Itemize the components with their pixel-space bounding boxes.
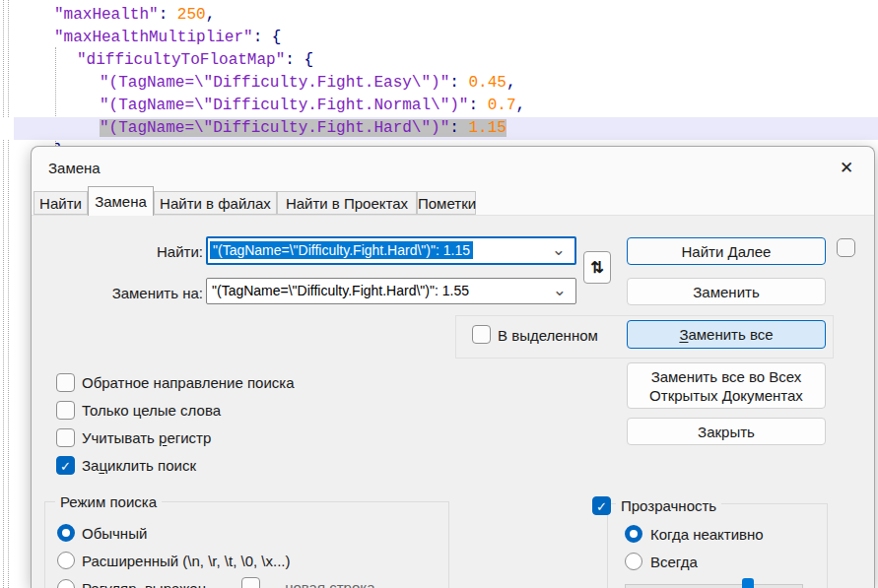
mode-normal-label: Обычный bbox=[82, 525, 147, 542]
whole-word-checkbox[interactable] bbox=[56, 401, 75, 420]
code-line[interactable]: "maxHealthMultiplier": { bbox=[0, 27, 878, 49]
tab-replace[interactable]: Замена bbox=[88, 186, 154, 216]
find-next-button[interactable]: Найти Далее bbox=[627, 237, 826, 265]
dialog-title: Замена bbox=[48, 147, 101, 190]
search-mode-group bbox=[44, 501, 449, 588]
tab-mark[interactable]: Пометки bbox=[417, 191, 476, 215]
wrap-around-label: Зациклить поиск bbox=[82, 457, 196, 474]
swap-icon[interactable]: ⇅ bbox=[583, 251, 611, 284]
transparency-on-losing-focus-radio[interactable] bbox=[625, 525, 642, 543]
transparency-checkbox[interactable]: ✓ bbox=[592, 496, 611, 515]
transparency-always-radio[interactable] bbox=[625, 553, 642, 570]
replace-button[interactable]: Заменить bbox=[627, 278, 826, 305]
find-value: "(TagName=\"Difficulty.Fight.Hard\")": 1… bbox=[210, 241, 473, 259]
replace-all-docs-line1: Заменить все во Всех bbox=[651, 367, 802, 386]
dialog-titlebar[interactable]: Замена ✕ bbox=[32, 147, 874, 190]
transparency-group bbox=[607, 503, 828, 588]
code-area[interactable]: "maxHealth": 250,"maxHealthMultiplier": … bbox=[0, 0, 878, 163]
replace-all-button[interactable]: Заменить все bbox=[627, 320, 826, 349]
match-case-label: Учитывать регистр bbox=[82, 429, 211, 446]
mode-regex-label: Регуляр. выражен. bbox=[82, 580, 210, 588]
code-line[interactable]: "maxHealth": 250, bbox=[0, 4, 878, 27]
find-next-toggle-checkbox[interactable] bbox=[837, 238, 855, 257]
close-button[interactable]: Закрыть bbox=[627, 418, 826, 445]
find-label: Найти: bbox=[91, 243, 203, 260]
transparency-on-losing-focus-label: Когда неактивно bbox=[650, 526, 764, 543]
transparency-always-label: Всегда bbox=[650, 554, 698, 570]
tab-find[interactable]: Найти bbox=[34, 191, 88, 215]
dot-matches-newline-checkbox[interactable] bbox=[241, 577, 260, 588]
replace-input[interactable]: "(TagName=\"Difficulty.Fight.Hard\")": 1… bbox=[206, 278, 576, 304]
search-mode-legend: Режим поиска bbox=[55, 493, 162, 510]
in-selection-checkbox[interactable] bbox=[472, 325, 491, 344]
replace-label: Заменить на: bbox=[71, 285, 203, 301]
find-input[interactable]: "(TagName=\"Difficulty.Fight.Hard\")": 1… bbox=[206, 236, 576, 265]
replace-value: "(TagName=\"Difficulty.Fight.Hard\")": 1… bbox=[212, 283, 469, 298]
wrap-around-checkbox[interactable]: ✓ bbox=[56, 456, 75, 475]
code-line[interactable]: "(TagName=\"Difficulty.Fight.Easy\")": 0… bbox=[0, 72, 878, 95]
tab-find-in-projects[interactable]: Найти в Проектах bbox=[277, 191, 417, 215]
close-icon[interactable]: ✕ bbox=[831, 154, 862, 183]
mode-normal-radio[interactable] bbox=[57, 524, 75, 542]
replace-all-docs-line2: Открытых Документах bbox=[649, 386, 803, 405]
code-line[interactable]: "(TagName=\"Difficulty.Fight.Normal\")":… bbox=[0, 95, 878, 117]
backward-direction-checkbox[interactable] bbox=[56, 373, 75, 392]
tab-find-in-files[interactable]: Найти в файлах bbox=[154, 191, 277, 215]
backward-direction-label: Обратное направление поиска bbox=[82, 374, 295, 391]
in-selection-label: В выделенном bbox=[498, 327, 598, 344]
transparency-label: Прозрачность bbox=[616, 497, 721, 514]
transparency-slider-track[interactable] bbox=[625, 584, 803, 588]
whole-word-label: Только целые слова bbox=[82, 402, 221, 419]
replace-all-docs-button[interactable]: Заменить все во Всех Открытых Документах bbox=[627, 362, 826, 409]
mode-extended-label: Расширенный (\n, \r, \t, \0, \x...) bbox=[82, 553, 291, 569]
dot-matches-newline-label: - новая строка bbox=[276, 579, 375, 588]
code-line[interactable]: "(TagName=\"Difficulty.Fight.Hard\")": 1… bbox=[0, 117, 878, 140]
chevron-down-icon[interactable]: ⌄ bbox=[553, 280, 567, 300]
mode-extended-radio[interactable] bbox=[57, 552, 75, 569]
screen: "maxHealth": 250,"maxHealthMultiplier": … bbox=[0, 0, 878, 588]
match-case-checkbox[interactable] bbox=[56, 428, 75, 447]
replace-all-label: Заменить все bbox=[679, 326, 773, 343]
replace-dialog: Замена ✕ Найти Замена Найти в файлах Най… bbox=[31, 146, 875, 588]
code-line[interactable]: "difficultyToFloatMap": { bbox=[0, 49, 878, 72]
chevron-down-icon[interactable]: ⌄ bbox=[552, 239, 566, 260]
transparency-slider-thumb[interactable] bbox=[742, 578, 754, 588]
